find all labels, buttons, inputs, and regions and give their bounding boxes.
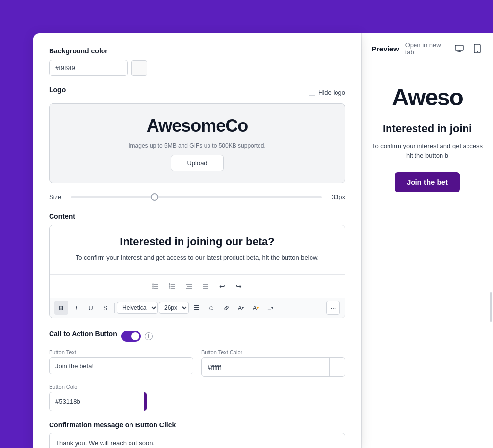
confirmation-section: Confirmation message on Button Click [49,421,345,448]
button-color-swatch[interactable] [144,392,147,411]
svg-rect-8 [171,288,175,289]
bg-color-label: Background color [49,47,345,55]
font-color-button[interactable]: A▾ [234,301,248,315]
preview-cta-button[interactable]: Join the bet [395,172,460,192]
button-color-input[interactable] [50,394,144,410]
button-text-input[interactable] [50,358,193,374]
confirmation-input[interactable] [49,433,345,448]
font-size-select[interactable]: 26px 12px 14px 18px 24px [159,302,189,314]
button-text-color-input[interactable] [202,359,329,375]
info-icon[interactable]: i [145,332,153,340]
editor-body[interactable]: Interested in joining our beta? To confi… [50,225,345,274]
logo-header: Logo Hide logo [49,86,345,99]
bold-button[interactable]: B [54,301,68,315]
desktop-preview-button[interactable] [453,42,466,55]
indent-left-button[interactable] [182,279,196,294]
svg-point-3 [152,284,153,285]
button-color-label: Button Color [49,384,147,390]
bg-color-section: Background color [49,47,345,76]
font-family-select[interactable]: Helvetica Arial Georgia [117,302,158,314]
preview-heading: Interested in joini [383,123,472,135]
indent-right-button[interactable] [198,279,213,294]
ol-button[interactable]: 1.2.3. [165,279,180,294]
hide-logo-checkbox[interactable] [309,89,315,96]
size-section: Size 33px [49,193,345,200]
button-text-group: Button Text [49,349,193,377]
svg-rect-16 [203,286,208,287]
button-text-color-label: Button Text Color [201,349,345,355]
svg-rect-12 [186,284,192,285]
floating-toolbar: 1.2.3. ↩ ↪ [50,274,345,298]
svg-rect-13 [187,286,192,287]
upload-button[interactable]: Upload [171,155,223,171]
svg-rect-21 [455,45,463,50]
editor-title: Interested in joining our beta? [61,235,333,248]
svg-rect-14 [186,288,192,289]
cta-label: Call to Action Button [49,330,117,338]
size-slider[interactable] [71,196,322,198]
logo-helper-text: Images up to 5MB and GIFs up to 500KB su… [129,142,266,149]
hide-logo-label[interactable]: Hide logo [309,89,345,96]
main-container: Background color Logo Hide logo AwesomeC… [33,33,493,448]
svg-rect-2 [154,288,158,289]
preview-company-name: Aweso [392,84,463,111]
preview-header: Preview Open in new tab: [362,33,493,64]
undo-button[interactable]: ↩ [215,279,230,294]
logo-section: Logo Hide logo AwesomeCo Images up to 5M… [49,86,345,183]
cta-toggle[interactable] [121,331,141,342]
button-color-group: Button Color [49,384,147,411]
content-section: Content Interested in joining our beta? … [49,212,345,318]
more-options-button[interactable]: ··· [326,301,340,315]
svg-rect-20 [194,309,199,310]
right-panel: Preview Open in new tab: Aweso Intereste… [361,33,493,448]
divider-1 [114,303,115,313]
cta-header: Call to Action Button i [49,330,345,343]
button-color-field-row [49,392,147,411]
bg-color-input[interactable] [49,60,128,76]
align-button[interactable]: ≡▾ [263,301,277,315]
svg-rect-7 [171,286,175,287]
svg-rect-6 [171,284,175,285]
line-height-button[interactable] [190,301,204,315]
preview-body: To confirm your interest and get access … [371,141,483,160]
underline-button[interactable]: U [84,301,98,315]
text-color-swatch[interactable] [329,358,345,376]
button-text-label: Button Text [49,349,193,355]
preview-content: Aweso Interested in joini To confirm you… [362,64,493,212]
emoji-button[interactable]: ☺ [205,301,218,315]
svg-point-23 [477,51,478,52]
button-text-color-field-row [201,357,345,377]
main-toolbar: B I U S Helvetica Arial Georgia 26px 12p… [50,298,345,318]
cta-section: Call to Action Button i Button Text Butt… [49,330,345,411]
size-label: Size [49,193,65,200]
bg-color-swatch[interactable] [131,60,147,76]
svg-text:3.: 3. [169,287,171,289]
open-new-tab-label: Open in new tab: [405,41,447,56]
svg-point-5 [152,288,153,289]
logo-text: AwesomeCo [147,116,248,136]
preview-title: Preview [371,45,399,53]
svg-rect-1 [154,286,158,287]
cta-fields: Button Text Button Text Color [49,349,345,377]
logo-label: Logo [49,86,66,94]
left-panel: Background color Logo Hide logo AwesomeC… [33,33,361,448]
editor-body-text: To confirm your interest and get access … [61,253,333,263]
strikethrough-button[interactable]: S [99,301,112,315]
highlight-button[interactable]: A▾ [249,301,262,315]
ul-button[interactable] [148,279,163,294]
button-text-color-group: Button Text Color [201,349,345,377]
size-value: 33px [328,193,345,200]
svg-point-4 [152,286,153,287]
button-text-field-row [49,357,193,374]
italic-button[interactable]: I [69,301,83,315]
svg-rect-17 [203,288,208,289]
mobile-preview-button[interactable] [471,42,483,55]
link-button[interactable] [219,301,233,315]
confirmation-label: Confirmation message on Button Click [49,421,345,429]
scrollbar[interactable] [490,292,492,322]
hide-logo-text: Hide logo [318,89,345,96]
logo-box: AwesomeCo Images up to 5MB and GIFs up t… [49,103,345,183]
color-input-row [49,60,345,76]
redo-button[interactable]: ↪ [232,279,246,294]
content-editor: Interested in joining our beta? To confi… [49,225,345,318]
